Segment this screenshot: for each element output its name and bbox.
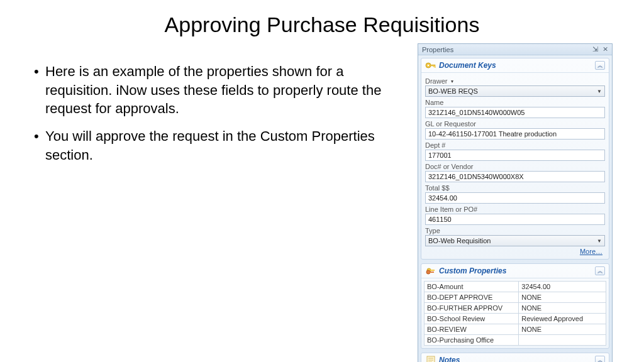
section-title: Custom Properties — [439, 266, 595, 275]
table-row: BO-Amount32454.00 — [425, 282, 606, 292]
section-title: Document Keys — [439, 61, 595, 70]
total-input[interactable] — [425, 192, 605, 204]
svg-rect-3 — [433, 66, 435, 67]
type-label: Type — [425, 227, 605, 234]
document-keys-section: Document Keys ︽ Drawer▾ BO-WEB REQS▼ Nam… — [421, 58, 609, 260]
name-label: Name — [425, 99, 605, 106]
line-label: Line Item or PO# — [425, 206, 605, 213]
table-row: BO-DEPT APPROVENONE — [425, 292, 606, 303]
table-row: BO-School ReviewReviewed Approved — [425, 314, 606, 324]
svg-rect-6 — [430, 270, 435, 271]
bullet-item: You will approve the request in the Cust… — [31, 127, 405, 164]
more-link[interactable]: More… — [580, 248, 602, 255]
gl-input[interactable] — [425, 128, 605, 140]
notes-section: Notes ︽ asen - 4/10/17 10:13 AM ▴▾ — [421, 353, 609, 362]
custom-properties-table: BO-Amount32454.00 BO-DEPT APPROVENONE BO… — [424, 281, 606, 346]
custom-properties-section: Custom Properties ︽ BO-Amount32454.00 BO… — [421, 263, 609, 349]
keys-icon — [425, 266, 436, 276]
dept-input[interactable] — [425, 150, 605, 161]
type-select[interactable]: BO-Web Requisition▼ — [425, 235, 605, 246]
table-row: BO-Purchasing Office — [425, 335, 606, 346]
doc-input[interactable] — [425, 171, 605, 182]
section-title: Notes — [439, 356, 595, 362]
table-row: BO-FURTHER APPROVNONE — [425, 303, 606, 314]
bullet-list: Here is an example of the properties sho… — [31, 43, 418, 362]
panel-titlebar: Properties ⇲ ⨯ — [418, 44, 612, 55]
note-icon — [425, 355, 436, 362]
svg-rect-2 — [430, 65, 435, 66]
collapse-button[interactable]: ︽ — [595, 266, 605, 275]
doc-label: Doc# or Vendor — [425, 163, 605, 170]
svg-rect-4 — [435, 66, 436, 68]
svg-point-1 — [428, 65, 430, 67]
gl-label: GL or Requestor — [425, 120, 605, 128]
panel-title: Properties — [422, 46, 453, 53]
drawer-label: Drawer▾ — [425, 77, 605, 85]
bullet-item: Here is an example of the properties sho… — [31, 62, 405, 118]
pin-icon[interactable]: ⇲ — [592, 45, 598, 53]
name-input[interactable] — [425, 107, 605, 118]
slide-title: Approving Purchase Requisitions — [0, 0, 644, 43]
svg-rect-9 — [427, 356, 435, 362]
key-icon — [425, 60, 436, 70]
close-icon[interactable]: ⨯ — [602, 45, 608, 53]
collapse-button[interactable]: ︽ — [595, 356, 605, 362]
total-label: Total $$ — [425, 184, 605, 192]
chevron-down-icon[interactable]: ▾ — [451, 79, 453, 84]
line-input[interactable] — [425, 214, 605, 225]
table-row: BO-REVIEWNONE — [425, 324, 606, 335]
collapse-button[interactable]: ︽ — [595, 61, 605, 70]
drawer-select[interactable]: BO-WEB REQS▼ — [425, 85, 605, 97]
properties-panel: Properties ⇲ ⨯ Document Keys ︽ Drawer▾ — [418, 43, 613, 362]
svg-rect-8 — [430, 272, 434, 273]
dept-label: Dept # — [425, 141, 605, 149]
